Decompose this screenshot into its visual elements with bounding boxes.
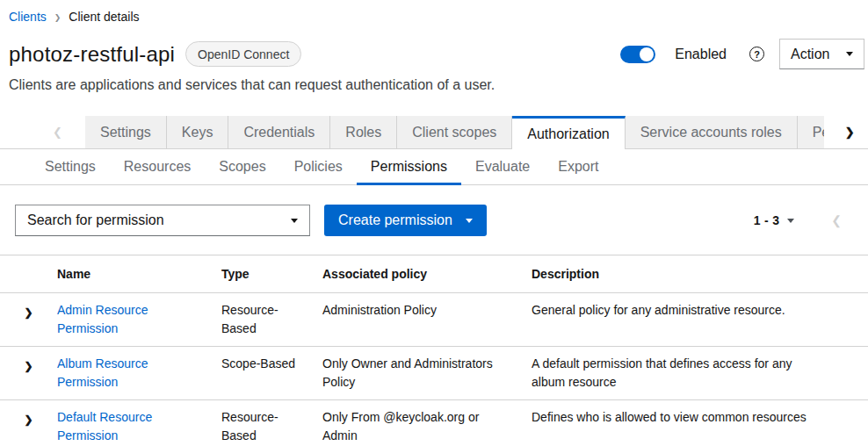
title-group: photoz-restful-api OpenID Connect: [9, 41, 301, 67]
protocol-badge: OpenID Connect: [185, 41, 301, 67]
table-row: ❯ Album Resource Permission Scope-Based …: [0, 347, 868, 400]
create-permission-button[interactable]: Create permission: [324, 205, 487, 236]
tab-credentials[interactable]: Credentials: [228, 116, 330, 149]
enabled-toggle[interactable]: [620, 46, 655, 63]
associated-policy: Only From @keycloak.org or Admin: [322, 400, 532, 446]
table-header-row: Name Type Associated policy Description: [0, 255, 868, 293]
associated-policy: Only Owner and Administrators Policy: [322, 347, 532, 400]
permission-link[interactable]: Admin Resource Permission: [57, 303, 148, 335]
permission-type: Resource-Based: [221, 293, 322, 347]
tabs-scroll-right-icon[interactable]: ❯: [845, 126, 855, 138]
permission-type: Resource-Based: [221, 400, 322, 446]
row-expand-icon[interactable]: ❯: [24, 414, 33, 426]
action-dropdown-label: Action: [791, 47, 829, 62]
pagination-range-dropdown[interactable]: 1 - 3: [754, 213, 795, 227]
page-title: photoz-restful-api: [9, 42, 175, 67]
caret-down-icon: [466, 219, 473, 223]
client-tabs: ❮ Settings Keys Credentials Roles Client…: [0, 116, 868, 149]
column-header-type: Type: [221, 255, 322, 293]
permission-link[interactable]: Default Resource Permission: [57, 410, 152, 442]
enabled-label: Enabled: [675, 47, 727, 62]
search-permission-label: Search for permission: [27, 212, 164, 228]
subtab-settings[interactable]: Settings: [31, 149, 110, 184]
toggle-knob-icon: [640, 47, 654, 61]
page-subtitle: Clients are applications and services th…: [9, 77, 864, 93]
search-permission-select[interactable]: Search for permission: [15, 205, 310, 236]
subtab-scopes[interactable]: Scopes: [205, 149, 279, 184]
permission-description: A default permission that defines access…: [532, 347, 868, 400]
permission-description: General policy for any administrative re…: [532, 293, 868, 347]
tab-permissions-clipped[interactable]: Pe: [798, 116, 824, 149]
permissions-toolbar: Search for permission Create permission …: [0, 185, 868, 255]
expand-column-header: [0, 255, 57, 293]
create-permission-label: Create permission: [338, 212, 452, 228]
header-controls: Enabled ? Action: [620, 39, 864, 69]
tab-client-scopes[interactable]: Client scopes: [397, 116, 512, 149]
caret-down-icon: [291, 219, 298, 223]
subtab-export[interactable]: Export: [544, 149, 612, 184]
row-expand-icon[interactable]: ❯: [24, 360, 33, 372]
tabs-left-spacer: ❮: [0, 116, 85, 149]
pagination-range-label: 1 - 3: [754, 213, 780, 227]
tabs-right-area: ❯: [824, 116, 868, 149]
table-row: ❯ Default Resource Permission Resource-B…: [0, 400, 868, 446]
tab-authorization[interactable]: Authorization: [512, 116, 625, 149]
permission-description: Defines who is allowed to view common re…: [532, 400, 868, 446]
permission-type: Scope-Based: [221, 347, 322, 400]
subtab-evaluate[interactable]: Evaluate: [461, 149, 544, 184]
pagination: 1 - 3 ❮: [754, 213, 854, 227]
table-row: ❯ Admin Resource Permission Resource-Bas…: [0, 293, 868, 347]
column-header-description: Description: [532, 255, 868, 293]
page-header: photoz-restful-api OpenID Connect Enable…: [0, 39, 868, 93]
breadcrumb-current: Client details: [69, 10, 139, 24]
subtab-policies[interactable]: Policies: [280, 149, 357, 184]
subtab-permissions[interactable]: Permissions: [357, 149, 461, 184]
permission-link[interactable]: Album Resource Permission: [57, 356, 148, 389]
tabs-scroll-left-icon[interactable]: ❮: [53, 126, 62, 138]
permissions-table: Name Type Associated policy Description …: [0, 255, 868, 446]
column-header-name: Name: [57, 255, 221, 293]
title-row: photoz-restful-api OpenID Connect Enable…: [9, 39, 864, 69]
pagination-prev-icon[interactable]: ❮: [831, 213, 842, 227]
tab-service-accounts-roles[interactable]: Service accounts roles: [626, 116, 798, 149]
tab-roles[interactable]: Roles: [330, 116, 397, 149]
caret-down-icon: [846, 52, 853, 56]
caret-down-icon: [787, 219, 794, 223]
column-header-associated-policy: Associated policy: [322, 255, 532, 293]
client-details-page: Clients ❯ Client details photoz-restful-…: [0, 0, 868, 446]
breadcrumb: Clients ❯ Client details: [0, 0, 868, 24]
help-icon[interactable]: ?: [749, 47, 764, 61]
subtab-resources[interactable]: Resources: [110, 149, 205, 184]
breadcrumb-divider-icon: ❯: [54, 12, 61, 22]
breadcrumb-clients-link[interactable]: Clients: [9, 10, 47, 24]
row-expand-icon[interactable]: ❯: [24, 306, 33, 319]
action-dropdown[interactable]: Action: [779, 39, 864, 69]
associated-policy: Administration Policy: [322, 293, 532, 347]
authorization-subtabs: Settings Resources Scopes Policies Permi…: [0, 149, 868, 185]
tab-settings[interactable]: Settings: [85, 116, 167, 149]
tab-keys[interactable]: Keys: [167, 116, 229, 149]
